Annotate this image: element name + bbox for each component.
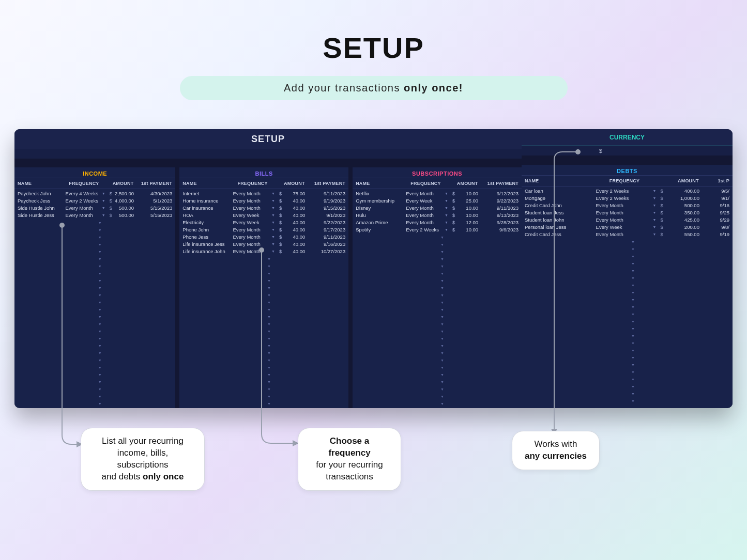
- cell-first-payment[interactable]: 9/15/2023: [309, 205, 345, 212]
- chevron-down-icon[interactable]: ▼: [267, 286, 271, 290]
- chevron-down-icon[interactable]: ▼: [631, 341, 635, 345]
- cell-first-payment[interactable]: 9/16: [704, 202, 729, 209]
- cell-frequency[interactable]: Every Month▼: [406, 219, 448, 226]
- cell-name[interactable]: Student loan John: [525, 216, 594, 224]
- cell-name[interactable]: Life insurance Jess: [182, 241, 231, 248]
- chevron-down-icon[interactable]: ▼: [102, 197, 105, 205]
- chevron-down-icon[interactable]: ▼: [267, 272, 271, 275]
- cell-name[interactable]: Phone John: [182, 226, 231, 234]
- cell-name[interactable]: Disney: [356, 205, 404, 212]
- chevron-down-icon[interactable]: ▼: [440, 286, 444, 290]
- chevron-down-icon[interactable]: ▼: [271, 248, 275, 255]
- chevron-down-icon[interactable]: ▼: [653, 216, 657, 224]
- chevron-down-icon[interactable]: ▼: [267, 380, 271, 384]
- cell-first-payment[interactable]: 9/22/2023: [309, 219, 345, 226]
- cell-name[interactable]: Paycheck John: [18, 190, 63, 197]
- chevron-down-icon[interactable]: ▼: [267, 330, 271, 333]
- cell-name[interactable]: Hulu: [356, 212, 404, 219]
- cell-name[interactable]: Paycheck Jess: [18, 197, 63, 205]
- chevron-down-icon[interactable]: ▼: [98, 279, 102, 283]
- cell-amount[interactable]: $425.00: [658, 216, 701, 224]
- chevron-down-icon[interactable]: ▼: [631, 298, 635, 302]
- cell-frequency[interactable]: Every Month▼: [233, 241, 275, 248]
- chevron-down-icon[interactable]: ▼: [440, 265, 444, 268]
- cell-frequency[interactable]: Every 2 Weeks▼: [596, 195, 657, 202]
- cell-amount[interactable]: $40.00: [277, 205, 307, 212]
- chevron-down-icon[interactable]: ▼: [102, 190, 105, 197]
- chevron-down-icon[interactable]: ▼: [631, 378, 635, 381]
- chevron-down-icon[interactable]: ▼: [267, 315, 271, 319]
- cell-frequency[interactable]: Every Month▼: [65, 205, 105, 212]
- cell-first-payment[interactable]: 9/19/2023: [309, 197, 345, 205]
- chevron-down-icon[interactable]: ▼: [631, 305, 635, 309]
- chevron-down-icon[interactable]: ▼: [631, 255, 635, 258]
- chevron-down-icon[interactable]: ▼: [631, 349, 635, 352]
- chevron-down-icon[interactable]: ▼: [653, 188, 657, 195]
- chevron-down-icon[interactable]: ▼: [440, 279, 444, 283]
- chevron-down-icon[interactable]: ▼: [98, 330, 102, 333]
- cell-frequency[interactable]: Every Week▼: [406, 197, 448, 205]
- chevron-down-icon[interactable]: ▼: [98, 359, 102, 362]
- chevron-down-icon[interactable]: ▼: [631, 284, 635, 287]
- chevron-down-icon[interactable]: ▼: [440, 359, 444, 362]
- chevron-down-icon[interactable]: ▼: [631, 370, 635, 374]
- cell-frequency[interactable]: Every 2 Weeks▼: [406, 226, 448, 234]
- chevron-down-icon[interactable]: ▼: [440, 402, 444, 406]
- cell-name[interactable]: Student loan Jess: [525, 209, 594, 216]
- cell-amount[interactable]: $350.00: [658, 209, 701, 216]
- chevron-down-icon[interactable]: ▼: [440, 308, 444, 312]
- chevron-down-icon[interactable]: ▼: [631, 320, 635, 323]
- cell-frequency[interactable]: Every Week▼: [596, 224, 657, 231]
- cell-name[interactable]: Car insurance: [182, 205, 231, 212]
- cell-amount[interactable]: $75.00: [277, 190, 307, 197]
- cell-frequency[interactable]: Every Month▼: [406, 190, 448, 197]
- cell-amount[interactable]: $4,000.00: [108, 197, 136, 205]
- cell-first-payment[interactable]: 9/1/: [704, 195, 729, 202]
- cell-amount[interactable]: $500.00: [108, 212, 136, 219]
- chevron-down-icon[interactable]: ▼: [271, 219, 275, 226]
- chevron-down-icon[interactable]: ▼: [267, 337, 271, 340]
- chevron-down-icon[interactable]: ▼: [631, 269, 635, 273]
- cell-frequency[interactable]: Every Month▼: [596, 209, 657, 216]
- chevron-down-icon[interactable]: ▼: [631, 334, 635, 338]
- cell-name[interactable]: Credit Card John: [525, 202, 594, 209]
- chevron-down-icon[interactable]: ▼: [445, 205, 448, 212]
- chevron-down-icon[interactable]: ▼: [440, 236, 444, 239]
- chevron-down-icon[interactable]: ▼: [631, 356, 635, 360]
- cell-first-payment[interactable]: 9/1/2023: [309, 212, 345, 219]
- chevron-down-icon[interactable]: ▼: [98, 308, 102, 312]
- chevron-down-icon[interactable]: ▼: [98, 286, 102, 290]
- cell-name[interactable]: Spotify: [356, 226, 404, 234]
- chevron-down-icon[interactable]: ▼: [98, 293, 102, 297]
- chevron-down-icon[interactable]: ▼: [445, 226, 448, 234]
- chevron-down-icon[interactable]: ▼: [271, 197, 275, 205]
- cell-frequency[interactable]: Every Month▼: [233, 197, 275, 205]
- chevron-down-icon[interactable]: ▼: [631, 399, 635, 403]
- chevron-down-icon[interactable]: ▼: [440, 380, 444, 384]
- cell-amount[interactable]: $10.00: [450, 190, 480, 197]
- chevron-down-icon[interactable]: ▼: [445, 212, 448, 219]
- chevron-down-icon[interactable]: ▼: [102, 212, 105, 219]
- cell-frequency[interactable]: Every Month▼: [596, 231, 657, 238]
- chevron-down-icon[interactable]: ▼: [267, 308, 271, 312]
- chevron-down-icon[interactable]: ▼: [267, 402, 271, 406]
- cell-amount[interactable]: $40.00: [277, 226, 307, 234]
- cell-frequency[interactable]: Every Month▼: [233, 205, 275, 212]
- chevron-down-icon[interactable]: ▼: [267, 387, 271, 391]
- chevron-down-icon[interactable]: ▼: [98, 257, 102, 261]
- cell-name[interactable]: Side Hustle Jess: [18, 212, 63, 219]
- cell-first-payment[interactable]: 9/6/2023: [482, 226, 519, 234]
- cell-first-payment[interactable]: 5/15/2023: [138, 212, 172, 219]
- cell-amount[interactable]: $40.00: [277, 241, 307, 248]
- cell-name[interactable]: Personal loan Jess: [525, 224, 594, 231]
- chevron-down-icon[interactable]: ▼: [271, 212, 275, 219]
- chevron-down-icon[interactable]: ▼: [631, 240, 635, 244]
- cell-frequency[interactable]: Every Week▼: [233, 212, 275, 219]
- cell-frequency[interactable]: Every Month▼: [233, 226, 275, 234]
- chevron-down-icon[interactable]: ▼: [440, 387, 444, 391]
- chevron-down-icon[interactable]: ▼: [440, 373, 444, 377]
- chevron-down-icon[interactable]: ▼: [440, 257, 444, 261]
- chevron-down-icon[interactable]: ▼: [98, 236, 102, 239]
- cell-name[interactable]: Car loan: [525, 188, 594, 195]
- cell-first-payment[interactable]: 5/15/2023: [138, 205, 172, 212]
